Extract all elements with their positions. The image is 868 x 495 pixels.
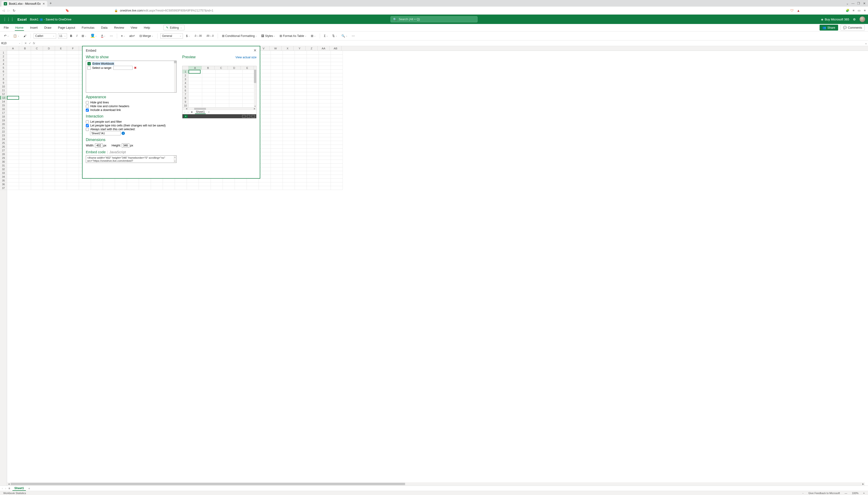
- pv-download-icon[interactable]: [242, 115, 245, 118]
- cancel-formula-icon[interactable]: ✕: [24, 41, 27, 45]
- chevron-down-icon[interactable]: ⌄: [802, 492, 804, 494]
- info-icon[interactable]: i: [122, 132, 125, 135]
- row-header[interactable]: 24: [0, 137, 7, 141]
- row-header[interactable]: 4: [0, 62, 7, 66]
- row-header[interactable]: 34: [0, 175, 7, 178]
- borders-button[interactable]: ⊞⌄: [80, 33, 88, 38]
- javascript-tab[interactable]: JavaScript: [109, 150, 126, 154]
- col-header[interactable]: Z: [306, 46, 318, 51]
- undo-button[interactable]: ↶⌄: [3, 33, 10, 38]
- start-cell-checkbox[interactable]: Always start with this cell selected:: [86, 127, 176, 131]
- chevron-down-icon[interactable]: ⌄: [845, 2, 850, 5]
- shield-icon[interactable]: 🛡: [790, 9, 794, 12]
- fill-color-button[interactable]: 🪣⌄: [89, 34, 98, 38]
- row-header[interactable]: 16: [0, 107, 7, 111]
- col-header[interactable]: X: [282, 46, 294, 51]
- embed-code-textarea[interactable]: <iframe width="402" height="346" framebo…: [86, 155, 176, 163]
- close-dialog-button[interactable]: ✕: [253, 48, 256, 53]
- tab-view[interactable]: View: [130, 24, 138, 31]
- textarea-scrollbar[interactable]: ▲▼: [173, 156, 176, 163]
- avatar[interactable]: [860, 16, 865, 22]
- address-bar[interactable]: 🔒 onedrive.live.com/edit.aspx?resid=6C68…: [114, 9, 788, 12]
- download-link-checkbox[interactable]: Include a download link: [86, 108, 176, 112]
- pv-vertical-scrollbar[interactable]: ▼: [254, 70, 256, 107]
- app-launcher-icon[interactable]: ⋮⋮⋮: [3, 17, 14, 22]
- pv-row-header[interactable]: 4: [183, 81, 188, 85]
- entire-workbook-option[interactable]: Entire Workbook: [92, 62, 114, 65]
- row-header[interactable]: 10: [0, 85, 7, 88]
- number-format-dropdown[interactable]: General⌄: [160, 33, 183, 38]
- col-header[interactable]: E: [55, 46, 67, 51]
- col-header[interactable]: A: [7, 46, 19, 51]
- tab-data[interactable]: Data: [101, 24, 108, 31]
- sidebar-icon[interactable]: ≡: [853, 9, 855, 12]
- pv-view-icon[interactable]: [247, 115, 250, 118]
- tab-home[interactable]: Home: [15, 24, 24, 31]
- row-header[interactable]: 2: [0, 54, 7, 58]
- tab-insert[interactable]: Insert: [30, 24, 38, 31]
- col-header[interactable]: AA: [318, 46, 329, 51]
- format-as-table-button[interactable]: ⊞ Format As Table ⌄: [278, 33, 307, 38]
- height-input[interactable]: [122, 143, 129, 148]
- pv-fullscreen-icon[interactable]: [252, 115, 255, 118]
- pv-all-sheets[interactable]: ≡: [191, 110, 192, 114]
- row-header[interactable]: 33: [0, 171, 7, 175]
- buy-microsoft-365[interactable]: ◈ Buy Microsoft 365: [821, 18, 849, 21]
- new-tab-button[interactable]: +: [50, 1, 52, 5]
- row-header[interactable]: 5: [0, 66, 7, 70]
- sheet-next-icon[interactable]: ›: [5, 487, 6, 490]
- hide-headers-checkbox[interactable]: Hide row and column headers: [86, 104, 176, 108]
- pv-row-header[interactable]: 7: [183, 92, 188, 96]
- wallet-icon[interactable]: ▭: [858, 9, 861, 12]
- row-header[interactable]: 17: [0, 111, 7, 115]
- start-cell-input[interactable]: [90, 131, 121, 135]
- row-header[interactable]: 29: [0, 156, 7, 160]
- feedback-link[interactable]: Give Feedback to Microsoft: [809, 492, 840, 495]
- list-scrollbar[interactable]: [174, 61, 176, 92]
- autosum-button[interactable]: Σ⌄: [323, 34, 329, 38]
- sort-filter-checkbox[interactable]: Let people sort and filter: [86, 120, 176, 124]
- row-header[interactable]: 8: [0, 77, 7, 81]
- row-header[interactable]: 28: [0, 152, 7, 156]
- pv-col-header[interactable]: E: [241, 66, 254, 70]
- hide-grid-checkbox[interactable]: Hide grid lines: [86, 101, 176, 104]
- select-all-corner[interactable]: [0, 46, 7, 51]
- pv-col-header[interactable]: B: [202, 66, 215, 70]
- horizontal-scrollbar[interactable]: ◀ ▶: [7, 482, 865, 485]
- sort-filter-button[interactable]: ⇅⌄: [331, 33, 338, 38]
- conditional-formatting-button[interactable]: ⊞ Conditional Formatting ⌄: [221, 33, 258, 38]
- cells-button[interactable]: ⊞⌄: [310, 33, 317, 38]
- all-sheets-icon[interactable]: ≡: [8, 487, 10, 490]
- col-header[interactable]: AB: [329, 46, 342, 51]
- search-input[interactable]: 🔍 Search (Alt + Q): [391, 16, 477, 22]
- name-box[interactable]: K13⌄: [0, 41, 22, 45]
- zoom-in-icon[interactable]: +: [863, 492, 865, 495]
- brave-icon[interactable]: ▲: [797, 9, 800, 13]
- italic-button[interactable]: I: [75, 33, 79, 38]
- more-font-button[interactable]: ⋯: [108, 33, 114, 38]
- col-header[interactable]: B: [19, 46, 31, 51]
- clear-range-icon[interactable]: ✖: [134, 66, 137, 70]
- row-header[interactable]: 9: [0, 81, 7, 85]
- row-header[interactable]: 26: [0, 145, 7, 149]
- add-sheet-button[interactable]: +: [28, 487, 30, 490]
- gear-icon[interactable]: ⚙: [853, 18, 856, 21]
- row-header[interactable]: 3: [0, 58, 7, 62]
- pv-row-header[interactable]: 9: [183, 100, 188, 104]
- row-header[interactable]: 6: [0, 70, 7, 73]
- font-name-dropdown[interactable]: Calibri⌄: [34, 33, 56, 38]
- close-window-icon[interactable]: ✕: [862, 2, 867, 5]
- col-header[interactable]: W: [270, 46, 282, 51]
- comments-button[interactable]: 💬 Comments: [840, 25, 865, 31]
- tab-formulas[interactable]: Formulas: [81, 24, 95, 31]
- range-input[interactable]: [113, 66, 133, 70]
- type-cells-checkbox[interactable]: Let people type into cells (their change…: [86, 124, 176, 127]
- row-header[interactable]: 25: [0, 141, 7, 145]
- row-header[interactable]: 13: [0, 96, 7, 100]
- font-size-dropdown[interactable]: 11⌄: [58, 33, 67, 38]
- row-header[interactable]: 1: [0, 51, 7, 54]
- decrease-decimal-button[interactable]: .00→.0: [205, 34, 215, 38]
- bookmark-icon[interactable]: 🔖: [65, 9, 69, 12]
- tab-draw[interactable]: Draw: [44, 24, 52, 31]
- pv-sheet-next[interactable]: ›: [188, 110, 189, 114]
